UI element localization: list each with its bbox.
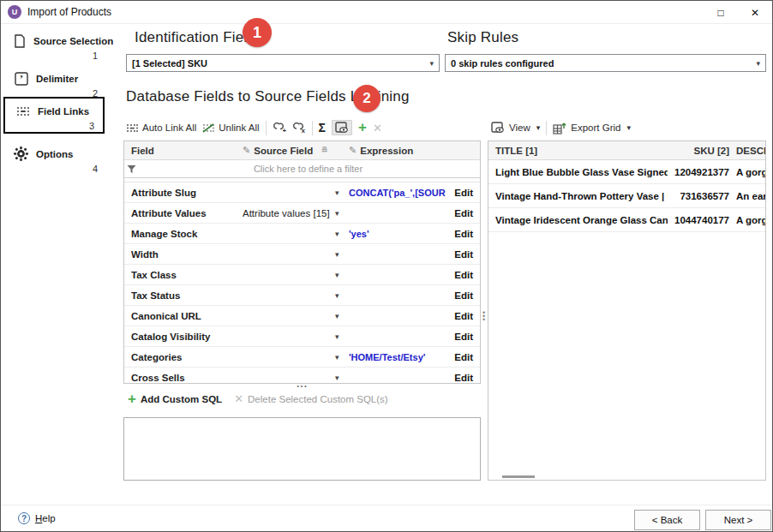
- edit-link[interactable]: Edit: [446, 208, 473, 218]
- field-link-row[interactable]: Width▾Edit: [124, 244, 480, 265]
- help-link[interactable]: ? Help: [18, 512, 56, 524]
- x-icon: ✕: [373, 122, 382, 134]
- field-link-row[interactable]: Categories▾'HOME/Test/Etsy'Edit: [124, 347, 480, 368]
- maximize-button[interactable]: □: [704, 1, 738, 24]
- expression-sigma-button[interactable]: Σ: [319, 121, 326, 134]
- field-link-row[interactable]: Tax Class▾Edit: [124, 265, 480, 285]
- edit-link[interactable]: Edit: [446, 290, 473, 301]
- edit-link[interactable]: Edit: [446, 188, 473, 198]
- preview-row[interactable]: Light Blue Bubble Glass Vase Signed Mgla…: [488, 160, 765, 184]
- edit-link[interactable]: Edit: [446, 270, 473, 280]
- source-dropdown-icon[interactable]: ▾: [335, 291, 349, 300]
- filter-row[interactable]: Click here to define a filter: [124, 160, 480, 178]
- preview-row[interactable]: Vintage Iridescent Orange Glass Canister…: [488, 208, 765, 232]
- auto-link-all-button[interactable]: Auto Link All: [126, 123, 196, 133]
- skip-rules-dropdown[interactable]: 0 skip rules configured ▾: [445, 54, 766, 72]
- chevron-down-icon: ▾: [429, 59, 434, 68]
- add-custom-sql-button[interactable]: + Add Custom SQL: [128, 393, 222, 405]
- sidebar-item-options[interactable]: Options 4: [3, 146, 106, 176]
- field-link-row[interactable]: Manage Stock▾'yes'Edit: [124, 224, 480, 244]
- field-links-grid: Field ✎ Source Field ≞ ✎ Expression Clic…: [123, 140, 481, 384]
- toolbar-separator: [312, 121, 313, 135]
- source-dropdown-icon[interactable]: ▾: [335, 188, 349, 197]
- chevron-down-icon: ▾: [536, 123, 541, 132]
- add-row-button[interactable]: +: [358, 122, 367, 134]
- x-icon: ✕: [234, 392, 243, 405]
- edit-link[interactable]: Edit: [446, 229, 473, 239]
- source-dropdown-icon[interactable]: ▾: [335, 332, 349, 341]
- edit-link[interactable]: Edit: [446, 332, 473, 342]
- footer-divider: [1, 505, 772, 505]
- expression-value: CONCAT('pa_',[SOURCE_FIEL: [349, 188, 446, 198]
- field-link-row[interactable]: Tax Status▾Edit: [124, 285, 480, 306]
- sidebar-item-field-links[interactable]: Field Links 3: [3, 97, 105, 134]
- dots-grid-icon: [15, 104, 30, 118]
- field-name: Manage Stock: [131, 229, 243, 239]
- sidebar-item-delimiter[interactable]: ’ Delimiter 2: [3, 71, 106, 100]
- delete-custom-sql-button[interactable]: ✕ Delete Selected Custom SQL(s): [234, 392, 388, 405]
- chevron-down-icon: ▾: [626, 123, 631, 132]
- source-field-value: Attribute values [15]: [243, 208, 335, 218]
- identification-dropdown-value: [1 Selected] SKU: [132, 58, 207, 69]
- product-description: A gorg: [729, 215, 765, 225]
- view-button[interactable]: View ▾: [491, 122, 540, 134]
- source-dropdown-icon[interactable]: ▾: [335, 271, 349, 279]
- back-button[interactable]: < Back: [634, 510, 700, 530]
- edit-link[interactable]: Edit: [446, 352, 473, 362]
- export-grid-button[interactable]: Export Grid ▾: [553, 122, 631, 134]
- link-remove-icon: x: [292, 122, 306, 134]
- identification-fields-dropdown[interactable]: [1 Selected] SKU ▾: [126, 54, 440, 72]
- next-button[interactable]: Next >: [705, 510, 771, 530]
- skip-rules-heading: Skip Rules: [447, 29, 518, 46]
- field-name: Catalog Visibility: [131, 332, 243, 342]
- column-header-field[interactable]: Field: [131, 146, 243, 156]
- preview-toggle-button[interactable]: [332, 120, 352, 135]
- custom-sql-bar: + Add Custom SQL ✕ Delete Selected Custo…: [128, 392, 388, 405]
- step-badge-2: 2: [353, 85, 381, 112]
- field-link-row[interactable]: Catalog Visibility▾Edit: [124, 326, 480, 347]
- unlink-all-button[interactable]: Unlink All: [202, 123, 259, 133]
- field-link-row[interactable]: Attribute ValuesAttribute values [15]▾Ed…: [124, 203, 480, 224]
- source-dropdown-icon[interactable]: ▾: [335, 353, 349, 362]
- column-header-title[interactable]: TITLE [1]: [495, 146, 668, 156]
- preview-row[interactable]: Vintage Hand-Thrown Pottery Vase | Utens…: [488, 184, 765, 208]
- plus-icon: +: [128, 393, 136, 405]
- add-link-button[interactable]: +: [273, 122, 286, 134]
- column-header-sku[interactable]: SKU [2]: [668, 146, 729, 156]
- grid-resize-handle[interactable]: ...: [123, 378, 481, 390]
- product-sku: 1204921377: [668, 167, 729, 177]
- delete-row-button[interactable]: ✕: [373, 122, 382, 134]
- sort-icon: ≞: [321, 146, 328, 155]
- field-link-row[interactable]: Attribute Slug▾CONCAT('pa_',[SOURCE_FIEL…: [124, 182, 480, 203]
- step-label: Options: [36, 149, 73, 159]
- expression-value: 'HOME/Test/Etsy': [349, 352, 446, 362]
- dots-grid-slash-icon: [202, 123, 214, 133]
- field-links-grid-header: Field ✎ Source Field ≞ ✎ Expression: [124, 141, 480, 160]
- horizontal-scrollbar[interactable]: [502, 475, 535, 478]
- source-dropdown-icon[interactable]: ▾: [335, 209, 349, 218]
- preview-grid: TITLE [1] SKU [2] DESCRI Light Blue Bubb…: [488, 140, 766, 481]
- preview-grid-header: TITLE [1] SKU [2] DESCRI: [488, 141, 765, 160]
- custom-sql-textarea[interactable]: [123, 417, 481, 481]
- sidebar-item-source-selection[interactable]: Source Selection 1: [3, 33, 106, 63]
- source-dropdown-icon[interactable]: ▾: [335, 312, 349, 320]
- column-header-expression[interactable]: ✎ Expression: [349, 145, 446, 156]
- source-dropdown-icon[interactable]: ▾: [335, 230, 349, 238]
- field-name: Attribute Values: [131, 208, 243, 218]
- column-header-description[interactable]: DESCRI: [729, 146, 765, 156]
- source-dropdown-icon[interactable]: ▾: [335, 250, 349, 259]
- dots-grid-icon: [126, 123, 138, 133]
- close-button[interactable]: ✕: [738, 1, 772, 24]
- edit-link[interactable]: Edit: [446, 311, 473, 321]
- step-label: Field Links: [38, 106, 89, 117]
- preview-toolbar: View ▾ Export Grid ▾: [491, 118, 631, 137]
- product-title: Vintage Iridescent Orange Glass Canister: [495, 215, 668, 225]
- field-link-row[interactable]: Canonical URL▾Edit: [124, 306, 480, 326]
- plus-icon: +: [358, 122, 367, 134]
- app-icon: U: [8, 5, 21, 19]
- step-number: 3: [89, 121, 94, 131]
- column-header-source-field[interactable]: ✎ Source Field ≞: [243, 145, 335, 156]
- edit-link[interactable]: Edit: [446, 249, 473, 260]
- remove-link-button[interactable]: x: [292, 122, 306, 134]
- export-grid-label: Export Grid: [571, 123, 620, 133]
